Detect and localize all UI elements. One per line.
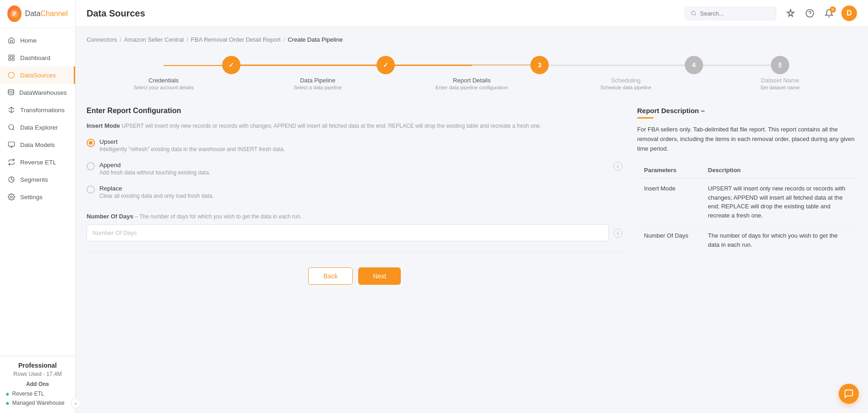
step-label-5: Dataset Name	[761, 77, 799, 84]
stepper: ✓ Credentials Select your account detail…	[87, 56, 857, 90]
sidebar-item-datasources-label: DataSources	[20, 72, 56, 79]
sidebar-item-dataexplorer[interactable]: Data Explorer	[0, 119, 75, 136]
next-button[interactable]: Next	[358, 267, 401, 285]
svg-point-6	[9, 125, 14, 130]
radio-btn-replace[interactable]	[87, 185, 95, 194]
step-sub-1: Select your account details	[133, 85, 193, 90]
step-label-3: Report Details	[453, 77, 491, 84]
sidebar-item-dashboard[interactable]: Dashboard	[0, 49, 75, 66]
report-desc-title: Report Description –	[637, 107, 857, 114]
addons-label: Add Ons	[5, 381, 70, 387]
logo-text: DataChannel	[25, 10, 68, 18]
rows-used: Rows Used - 17.4M	[5, 371, 70, 377]
addon-managed-warehouse: ● Managed Warehouse	[5, 398, 70, 408]
form-section-title: Enter Report Configuration	[87, 107, 622, 115]
step-sub-2: Select a data pipeline	[294, 85, 342, 90]
params-table: Parameters Description Insert ModeUPSERT…	[637, 162, 857, 255]
sidebar-item-transformations[interactable]: Transformations	[0, 101, 75, 119]
collapse-button[interactable]: «	[71, 398, 81, 408]
search-input[interactable]	[700, 10, 770, 17]
plan-name: Professional	[5, 362, 70, 369]
help-button[interactable]	[803, 6, 817, 20]
sidebar-item-segments-label: Segments	[20, 176, 48, 183]
report-desc-underline	[637, 117, 654, 119]
step-circle-2: ✓	[377, 56, 395, 74]
sidebar-item-reverseetl[interactable]: Reverse ETL	[0, 153, 75, 171]
radio-append-label: Append	[99, 162, 609, 168]
radio-replace-label: Replace	[99, 185, 214, 192]
sidebar-bottom: Professional Rows Used - 17.4M Add Ons ●…	[0, 356, 75, 413]
radio-btn-append[interactable]	[87, 162, 95, 170]
logo[interactable]: DataChannel	[0, 0, 75, 28]
search-box[interactable]	[685, 7, 776, 20]
divider	[87, 252, 622, 253]
sidebar-item-settings-label: Settings	[20, 194, 43, 201]
insert-mode-label: Insert Mode UPSERT will insert only new …	[87, 122, 622, 129]
radio-btn-upsert[interactable]	[87, 139, 95, 147]
breadcrumb-sep-2: /	[186, 36, 188, 43]
step-circle-4: 4	[685, 56, 703, 74]
dashboard-icon	[7, 54, 16, 62]
breadcrumb-report[interactable]: FBA Removal Order Detail Report	[191, 36, 281, 43]
addon-dot-2: ●	[5, 399, 9, 407]
svg-point-5	[8, 89, 14, 91]
home-icon	[7, 36, 16, 44]
sidebar-item-transformations-label: Transformations	[20, 107, 65, 114]
radio-append-sub: Add fresh data without touching existing…	[99, 169, 609, 176]
insert-mode-radio-group: Upsert Intelligently "refresh" existing …	[87, 134, 622, 204]
radio-upsert[interactable]: Upsert Intelligently "refresh" existing …	[87, 134, 622, 157]
nav-menu: Home Dashboard DataSources DataWarehouse…	[0, 28, 75, 356]
insert-mode-hint-text: UPSERT will insert only new records or r…	[122, 123, 541, 129]
svg-point-10	[692, 11, 695, 15]
addon-label-1: Reverse ETL	[12, 391, 44, 397]
svg-point-11	[806, 10, 814, 17]
models-icon	[7, 141, 16, 149]
append-info-icon[interactable]: i	[613, 162, 622, 171]
form-section: Enter Report Configuration Insert Mode U…	[87, 107, 622, 288]
svg-rect-4	[12, 58, 14, 60]
sidebar-item-home-label: Home	[20, 37, 37, 44]
logo-data: Data	[25, 10, 41, 17]
sidebar: DataChannel Home Dashboard DataSources	[0, 0, 76, 413]
radio-append[interactable]: Append Add fresh data without touching e…	[87, 157, 622, 180]
radio-replace[interactable]: Replace Clear all existing data and only…	[87, 180, 622, 204]
header-right: 9 D	[685, 5, 857, 21]
breadcrumb-sep-3: /	[284, 36, 285, 43]
settings-icon	[7, 193, 16, 201]
sidebar-item-dashboard-label: Dashboard	[20, 54, 50, 61]
sidebar-item-datasources[interactable]: DataSources	[0, 66, 75, 84]
sidebar-item-segments[interactable]: Segments	[0, 171, 75, 188]
number-of-days-info-icon[interactable]: i	[613, 228, 622, 238]
step-circle-1: ✓	[222, 56, 240, 74]
sidebar-item-datamodels-label: Data Models	[20, 141, 55, 148]
two-col-layout: Enter Report Configuration Insert Mode U…	[87, 107, 857, 288]
sidebar-item-datamodels[interactable]: Data Models	[0, 136, 75, 153]
header: Data Sources 9 D	[76, 0, 868, 27]
radio-replace-sub: Clear all existing data and only load fr…	[99, 193, 214, 199]
step-sub-3: Enter data pipeline configuration	[436, 85, 508, 90]
form-buttons: Back Next	[87, 264, 622, 288]
back-button[interactable]: Back	[308, 267, 353, 285]
ai-button[interactable]	[784, 6, 797, 20]
param-name: Insert Mode	[638, 179, 702, 226]
step-sub-5: Set dataset name	[760, 85, 800, 90]
sidebar-item-home[interactable]: Home	[0, 32, 75, 49]
user-avatar[interactable]: D	[841, 5, 857, 21]
param-name: Number Of Days	[638, 226, 702, 255]
breadcrumb-amazon[interactable]: Amazon Seller Central	[124, 36, 184, 43]
number-of-days-hint: – The number of days for which you wish …	[135, 213, 302, 220]
number-of-days-input[interactable]	[87, 224, 609, 241]
param-desc: UPSERT will insert only new records or r…	[702, 179, 857, 226]
notifications-button[interactable]: 9	[822, 6, 836, 20]
svg-rect-2	[12, 55, 14, 57]
breadcrumb-connectors[interactable]: Connectors	[87, 36, 117, 43]
search-icon	[691, 10, 696, 16]
sidebar-item-datawarehouses[interactable]: DataWarehouses	[0, 84, 75, 101]
step-reportdetails: 3 Report Details Enter data pipeline con…	[395, 56, 549, 90]
sidebar-item-datawarehouses-label: DataWarehouses	[19, 89, 67, 96]
step-label-4: Scheduling	[611, 77, 640, 84]
chat-widget[interactable]	[839, 384, 859, 404]
sidebar-item-reverseetl-label: Reverse ETL	[20, 159, 56, 166]
warehouse-icon	[7, 88, 15, 97]
sidebar-item-settings[interactable]: Settings	[0, 188, 75, 206]
